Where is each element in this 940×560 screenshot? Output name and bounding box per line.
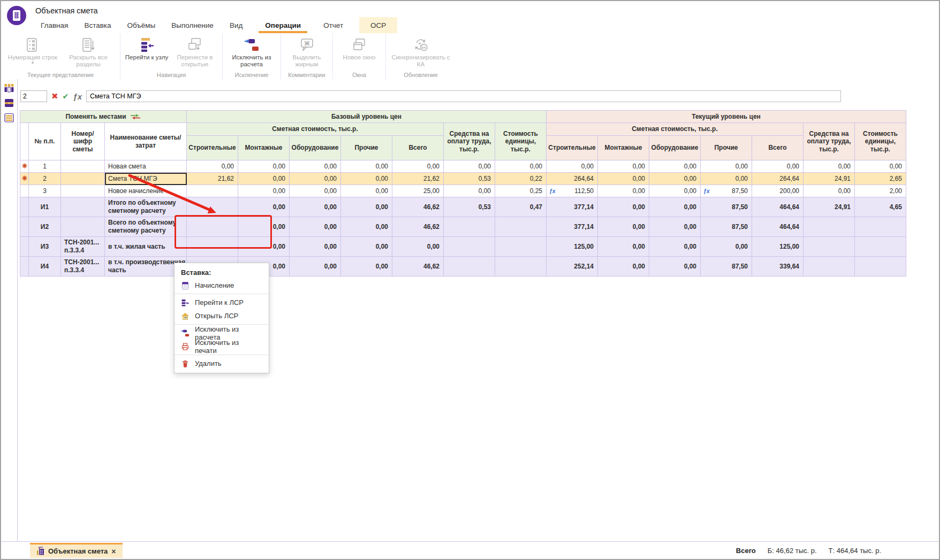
row-number-cell[interactable]: И4	[29, 257, 61, 277]
value-cell[interactable]: 0,00	[701, 237, 752, 257]
value-cell[interactable]: 0,00	[341, 185, 392, 197]
value-cell[interactable]: 0,00	[598, 217, 649, 237]
value-cell[interactable]: 4,65	[855, 197, 906, 217]
tab-vstavka[interactable]: Вставка	[84, 17, 111, 33]
swap-columns-header[interactable]: Поменять местами	[20, 111, 187, 123]
value-cell[interactable]: 46,62	[392, 217, 444, 237]
value-cell[interactable]	[855, 257, 906, 277]
row-number-cell[interactable]: И1	[29, 197, 61, 217]
value-cell[interactable]: 0,00	[598, 237, 649, 257]
value-cell[interactable]	[187, 185, 238, 197]
value-cell[interactable]: 0,00	[649, 160, 701, 173]
value-cell[interactable]	[444, 217, 495, 237]
document-tab[interactable]: Объектная смета ×	[30, 543, 123, 558]
value-cell[interactable]: 0,00	[598, 160, 649, 173]
row-marker-cell[interactable]	[20, 197, 29, 217]
value-cell[interactable]: 0,00	[649, 217, 701, 237]
value-cell[interactable]: 0,00	[290, 185, 341, 197]
value-cell[interactable]: 252,14	[547, 257, 598, 277]
value-cell[interactable]: 0,00	[752, 160, 803, 173]
tab-otchet[interactable]: Отчет	[323, 17, 343, 33]
value-cell[interactable]: 0,00	[649, 173, 701, 185]
value-cell[interactable]: 377,14	[547, 197, 598, 217]
value-cell[interactable]	[187, 197, 238, 217]
tab-glavnaya[interactable]: Главная	[41, 17, 68, 33]
row-marker-cell[interactable]	[20, 160, 29, 173]
value-cell[interactable]: 0,00	[392, 160, 444, 173]
value-cell[interactable]	[444, 237, 495, 257]
value-cell[interactable]: 0,00	[649, 237, 701, 257]
value-cell[interactable]: 0,00	[444, 160, 495, 173]
value-cell[interactable]	[803, 217, 855, 237]
menu-item-delete[interactable]: Удалить	[175, 357, 269, 370]
menu-item-accrual[interactable]: Начисление	[175, 279, 269, 292]
estimate-name-cell[interactable]: Итого по объектному сметному расчету	[105, 197, 187, 217]
estimate-code-cell[interactable]	[61, 160, 105, 173]
estimate-code-cell[interactable]	[61, 185, 105, 197]
value-cell[interactable]	[803, 237, 855, 257]
estimate-name-cell[interactable]: в т.ч. жилая часть	[105, 237, 187, 257]
value-cell[interactable]: 0,00	[392, 237, 444, 257]
value-cell[interactable]	[855, 237, 906, 257]
row-number-cell[interactable]: 3	[29, 185, 61, 197]
value-cell[interactable]: 0,00	[238, 237, 290, 257]
value-cell[interactable]: 0,00	[701, 173, 752, 185]
value-cell[interactable]: 2,00	[855, 185, 906, 197]
value-cell[interactable]: 0,00	[547, 160, 598, 173]
value-cell[interactable]: 339,64	[752, 257, 803, 277]
value-cell[interactable]: ƒx87,50	[701, 185, 752, 197]
tab-vid[interactable]: Вид	[230, 17, 242, 33]
value-cell[interactable]: 0,00	[290, 237, 341, 257]
value-cell[interactable]: 0,00	[290, 217, 341, 237]
value-cell[interactable]: 87,50	[701, 217, 752, 237]
value-cell[interactable]: 0,00	[238, 197, 290, 217]
value-cell[interactable]: 0,00	[238, 160, 290, 173]
value-cell[interactable]: 464,64	[752, 197, 803, 217]
value-cell[interactable]: ƒx112,50	[547, 185, 598, 197]
value-cell[interactable]: 0,00	[598, 197, 649, 217]
row-numbering-button[interactable]: Нумерация строк ▾	[5, 36, 60, 64]
value-cell[interactable]: 0,00	[341, 257, 392, 277]
value-cell[interactable]: 264,64	[752, 173, 803, 185]
go-to-node-button[interactable]: Перейти к узлу	[123, 36, 170, 61]
value-cell[interactable]: 0,00	[598, 173, 649, 185]
value-cell[interactable]: 264,64	[547, 173, 598, 185]
estimate-code-cell[interactable]: ТСН-2001... п.3.3.4	[61, 237, 105, 257]
value-cell[interactable]: 0,00	[341, 160, 392, 173]
value-cell[interactable]: 2,65	[855, 173, 906, 185]
value-cell[interactable]: 0,00	[649, 257, 701, 277]
value-cell[interactable]	[187, 217, 238, 237]
value-cell[interactable]: 377,14	[547, 217, 598, 237]
tab-obyomy[interactable]: Объёмы	[127, 17, 156, 33]
value-cell[interactable]: 0,47	[495, 197, 547, 217]
value-cell[interactable]	[495, 257, 547, 277]
value-cell[interactable]	[855, 217, 906, 237]
value-cell[interactable]: 0,00	[290, 160, 341, 173]
value-cell[interactable]: 0,00	[855, 160, 906, 173]
confirm-edit-icon[interactable]: ✔	[63, 92, 69, 101]
columns-view-icon[interactable]	[3, 82, 15, 94]
menu-item-exclude-print[interactable]: Исключить из печати	[175, 340, 269, 353]
value-cell[interactable]: 0,00	[238, 185, 290, 197]
value-cell[interactable]: 0,00	[803, 185, 855, 197]
cancel-edit-icon[interactable]: ✖	[51, 91, 58, 101]
value-cell[interactable]: 21,62	[187, 173, 238, 185]
row-number-input[interactable]	[20, 90, 47, 102]
value-cell[interactable]: 0,25	[495, 185, 547, 197]
function-icon[interactable]: ƒx	[73, 92, 82, 101]
value-cell[interactable]: 87,50	[701, 197, 752, 217]
value-cell[interactable]: 125,00	[752, 237, 803, 257]
value-cell[interactable]	[495, 237, 547, 257]
exclude-from-calc-button[interactable]: Исключить из расчета	[227, 36, 276, 68]
value-cell[interactable]	[444, 257, 495, 277]
value-cell[interactable]: 0,00	[290, 257, 341, 277]
estimate-code-cell[interactable]: ТСН-2001... п.3.3.4	[61, 257, 105, 277]
value-cell[interactable]	[187, 237, 238, 257]
estimate-name-cell[interactable]: Всего по объектному сметному расчету	[105, 217, 187, 237]
value-cell[interactable]: 0,00	[187, 160, 238, 173]
estimate-name-cell[interactable]: Смета ТСН МГЭ	[105, 173, 187, 185]
value-cell[interactable]: 0,00	[649, 185, 701, 197]
expand-all-sections-button[interactable]: Раскрыть все разделы	[60, 36, 116, 68]
value-cell[interactable]: 0,00	[701, 160, 752, 173]
formula-input[interactable]	[86, 90, 841, 102]
